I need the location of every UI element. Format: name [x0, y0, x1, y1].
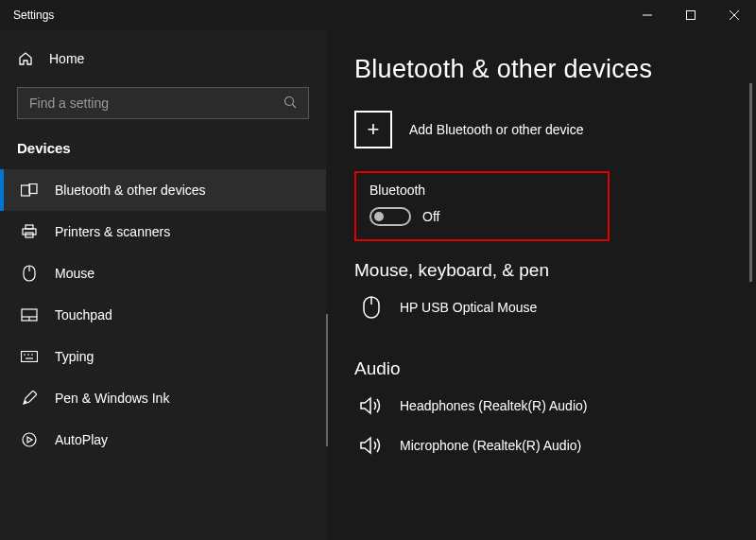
minimize-button[interactable] — [626, 0, 669, 30]
speaker-icon — [358, 392, 385, 419]
sidebar-item-label: Touchpad — [55, 307, 112, 322]
svg-point-4 — [285, 96, 294, 105]
sidebar-item-printers[interactable]: Printers & scanners — [0, 211, 326, 253]
svg-rect-7 — [29, 184, 37, 194]
sidebar-item-mouse[interactable]: Mouse — [0, 253, 326, 294]
minimize-icon — [643, 10, 652, 20]
device-label: HP USB Optical Mouse — [400, 300, 537, 315]
audio-group-heading: Audio — [354, 358, 756, 379]
maximize-icon — [686, 10, 696, 20]
svg-rect-16 — [22, 352, 38, 362]
devices-icon — [21, 182, 38, 199]
home-icon — [17, 50, 34, 67]
mouse-icon — [358, 294, 385, 321]
scrollbar[interactable] — [749, 83, 752, 282]
sidebar: Home Find a setting Devices Bluetooth & … — [0, 30, 326, 540]
svg-rect-8 — [26, 225, 33, 229]
add-device-label: Add Bluetooth or other device — [409, 122, 583, 137]
device-item-headphones[interactable]: Headphones (Realtek(R) Audio) — [354, 392, 756, 419]
sidebar-section-heading: Devices — [0, 136, 326, 169]
bluetooth-toggle[interactable] — [369, 207, 411, 226]
bluetooth-toggle-state: Off — [422, 209, 439, 224]
main-panel: Bluetooth & other devices + Add Bluetoot… — [326, 30, 756, 540]
bluetooth-highlight: Bluetooth Off — [354, 171, 610, 241]
autoplay-icon — [21, 431, 38, 448]
home-nav[interactable]: Home — [0, 40, 326, 78]
bluetooth-heading: Bluetooth — [369, 183, 594, 198]
mouse-icon — [21, 265, 38, 282]
add-device-button[interactable]: + Add Bluetooth or other device — [354, 111, 756, 148]
window-title: Settings — [13, 9, 54, 22]
sidebar-item-label: Typing — [55, 349, 94, 364]
search-icon — [284, 96, 297, 112]
speaker-icon — [358, 432, 385, 459]
maximize-button[interactable] — [669, 0, 713, 30]
page-title: Bluetooth & other devices — [354, 55, 756, 84]
sidebar-item-label: Mouse — [55, 266, 94, 281]
sidebar-item-label: AutoPlay — [55, 432, 108, 447]
close-button[interactable] — [713, 0, 756, 30]
svg-line-5 — [293, 104, 297, 108]
svg-point-21 — [23, 433, 36, 446]
titlebar: Settings — [0, 0, 756, 30]
svg-rect-9 — [23, 229, 36, 235]
svg-rect-6 — [22, 185, 30, 196]
sidebar-item-pen[interactable]: Pen & Windows Ink — [0, 377, 326, 419]
close-icon — [730, 10, 739, 20]
sidebar-item-label: Bluetooth & other devices — [55, 183, 206, 198]
touchpad-icon — [21, 306, 38, 323]
device-item-mouse[interactable]: HP USB Optical Mouse — [354, 294, 756, 321]
window-controls — [626, 0, 756, 30]
sidebar-item-autoplay[interactable]: AutoPlay — [0, 419, 326, 461]
home-label: Home — [49, 51, 84, 66]
printer-icon — [21, 223, 38, 240]
svg-rect-1 — [687, 11, 696, 20]
divider-scroll-indicator — [326, 314, 328, 446]
sidebar-item-touchpad[interactable]: Touchpad — [0, 294, 326, 336]
plus-icon: + — [354, 111, 392, 148]
keyboard-icon — [21, 348, 38, 365]
device-item-microphone[interactable]: Microphone (Realtek(R) Audio) — [354, 432, 756, 459]
device-label: Microphone (Realtek(R) Audio) — [400, 438, 581, 453]
pen-icon — [21, 390, 38, 407]
mouse-group-heading: Mouse, keyboard, & pen — [354, 260, 756, 281]
search-placeholder: Find a setting — [29, 96, 109, 111]
sidebar-item-bluetooth[interactable]: Bluetooth & other devices — [0, 169, 326, 211]
sidebar-item-label: Printers & scanners — [55, 224, 170, 239]
device-label: Headphones (Realtek(R) Audio) — [400, 398, 587, 413]
search-input[interactable]: Find a setting — [17, 87, 309, 119]
sidebar-item-label: Pen & Windows Ink — [55, 391, 169, 406]
sidebar-item-typing[interactable]: Typing — [0, 336, 326, 377]
